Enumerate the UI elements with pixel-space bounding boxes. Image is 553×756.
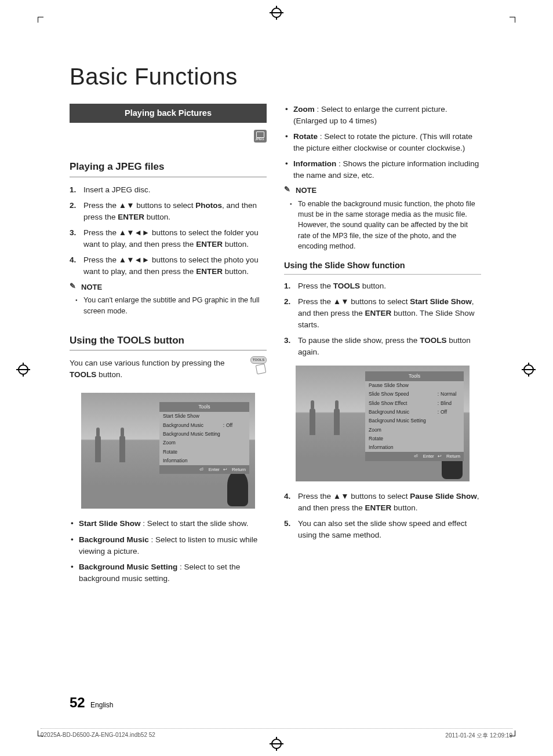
registration-mark-right (522, 363, 536, 377)
page-language: English (90, 701, 113, 709)
step-item: 4.Press the ▲▼ buttons to select Pause S… (284, 491, 481, 513)
osd-row: Slide Show Speed:Normal (365, 390, 464, 399)
step-item: 2.Press the ▲▼ buttons to select Start S… (284, 296, 481, 330)
bullet-item: •Information : Shows the picture informa… (285, 158, 481, 181)
osd-row: Background Music:Off (159, 421, 249, 429)
tools-button-icon: TOOLS (250, 356, 267, 374)
osd-row: Information (365, 443, 464, 452)
bullet-item: •Background Music Setting : Select to se… (71, 561, 267, 584)
step-text: To pause the slide show, press the TOOLS… (298, 335, 481, 357)
bullet-item: •Start Slide Show : Select to start the … (71, 518, 267, 529)
page-number: 52 (70, 695, 85, 710)
step-number: 4. (70, 254, 83, 277)
osd-tools-panel: Tools Pause Slide ShowSlide Show Speed:N… (365, 371, 464, 461)
osd-panel-header: Tools (159, 402, 249, 411)
step-text: Press the TOOLS button. (298, 280, 481, 292)
step-number: 2. (70, 200, 83, 222)
step-number: 3. (70, 227, 83, 250)
note-label: NOTE (70, 282, 267, 293)
step-item: 2.Press the ▲▼ buttons to select Photos,… (70, 200, 267, 222)
step-number: 2. (284, 296, 298, 330)
osd-panel-footer: ⏎ Enter↩ Return (365, 452, 464, 461)
steps-playing-jpeg: 1.Insert a JPEG disc.2.Press the ▲▼ butt… (70, 184, 267, 277)
divider (70, 350, 267, 350)
slug-filename: 02025A-BD-D6500-ZA-ENG-0124.indb52 52 (41, 732, 155, 740)
step-text: You can also set the slide show speed an… (298, 518, 481, 540)
osd-row: Information (159, 456, 249, 465)
osd-screenshot-1: Tools Start Slide ShowBackground Music:O… (81, 393, 255, 509)
steps-slideshow-b: 4.Press the ▲▼ buttons to select Pause S… (284, 491, 481, 540)
registration-mark-left (16, 363, 30, 377)
step-number: 1. (70, 184, 83, 196)
step-item: 5.You can also set the slide show speed … (284, 518, 481, 540)
step-text: Press the ▲▼ buttons to select Photos, a… (83, 200, 267, 222)
note-icon (70, 283, 79, 290)
osd-row: Pause Slide Show (365, 381, 464, 390)
subheading-tools: Using the TOOLS button (70, 334, 267, 348)
section-heading-pictures: Playing back Pictures (70, 104, 267, 123)
osd-panel-header: Tools (365, 371, 464, 381)
left-column: Playing back Pictures Playing a JPEG fil… (70, 104, 267, 589)
tools-intro-text: You can use various function by pressing… (70, 357, 267, 380)
osd-row: Zoom (365, 425, 464, 434)
note-item: You can't enlarge the subtitle and PG gr… (83, 295, 267, 316)
step-number: 1. (284, 280, 298, 292)
osd-screenshot-2: Tools Pause Slide ShowSlide Show Speed:N… (296, 366, 470, 481)
subheading-slideshow: Using the Slide Show function (284, 260, 481, 272)
note-list: You can't enlarge the subtitle and PG gr… (70, 295, 267, 316)
bullet-item: •Rotate : Select to rotate the picture. … (285, 131, 481, 154)
osd-row: Background Music Setting (159, 429, 249, 438)
osd-row: Start Slide Show (159, 412, 249, 421)
note-label: NOTE (284, 185, 481, 196)
step-text: Press the ▲▼ buttons to select Start Sli… (298, 296, 481, 330)
imposition-slug: 02025A-BD-D6500-ZA-ENG-0124.indb52 52 20… (41, 732, 512, 740)
step-item: 3.To pause the slide show, press the TOO… (284, 335, 481, 357)
osd-panel-footer: ⏎ Enter↩ Return (159, 465, 249, 474)
divider (70, 177, 267, 177)
steps-slideshow-a: 1.Press the TOOLS button.2.Press the ▲▼ … (284, 280, 481, 357)
step-text: Press the ▲▼◄► buttons to select the pho… (83, 254, 267, 277)
step-text: Press the ▲▼◄► buttons to select the fol… (83, 227, 267, 250)
document-page: Basic Functions Playing back Pictures Pl… (0, 0, 553, 756)
step-number: 3. (284, 335, 298, 357)
step-text: Press the ▲▼ buttons to select Pause Sli… (298, 491, 481, 513)
osd-row: Background Music:Off (365, 407, 464, 416)
osd-row: Rotate (365, 434, 464, 443)
slug-datetime: 2011-01-24 오후 12:09:19 (445, 732, 512, 740)
step-item: 1.Insert a JPEG disc. (70, 184, 267, 196)
bullet-item: •Zoom : Select to enlarge the current pi… (285, 104, 481, 126)
page-content: Basic Functions Playing back Pictures Pl… (70, 64, 484, 589)
page-title: Basic Functions (70, 64, 484, 90)
step-number: 4. (284, 491, 298, 513)
tools-bullet-list-cont: •Zoom : Select to enlarge the current pi… (284, 104, 481, 181)
step-text: Insert a JPEG disc. (83, 184, 267, 196)
step-item: 4.Press the ▲▼◄► buttons to select the p… (70, 254, 267, 277)
subheading-playing-jpeg: Playing a JPEG files (70, 160, 267, 174)
step-item: 1.Press the TOOLS button. (284, 280, 481, 292)
osd-row: Zoom (159, 439, 249, 447)
bullet-item: •Background Music : Select to listen to … (71, 534, 267, 557)
page-footer: 52 English (70, 695, 113, 711)
osd-row: Rotate (159, 447, 249, 456)
divider (284, 274, 481, 275)
right-column: •Zoom : Select to enlarge the current pi… (284, 104, 481, 589)
note-item: To enable the background music function,… (298, 199, 481, 251)
note-list: To enable the background music function,… (284, 199, 481, 251)
tools-bullet-list: •Start Slide Show : Select to start the … (70, 518, 267, 584)
osd-row: Background Music Setting (365, 417, 464, 425)
note-icon (284, 186, 293, 193)
osd-row: Slide Show Effect:Blind (365, 399, 464, 407)
step-item: 3.Press the ▲▼◄► buttons to select the f… (70, 227, 267, 250)
jpeg-badge-icon (254, 130, 267, 143)
step-number: 5. (284, 518, 298, 540)
osd-tools-panel: Tools Start Slide ShowBackground Music:O… (159, 402, 249, 474)
